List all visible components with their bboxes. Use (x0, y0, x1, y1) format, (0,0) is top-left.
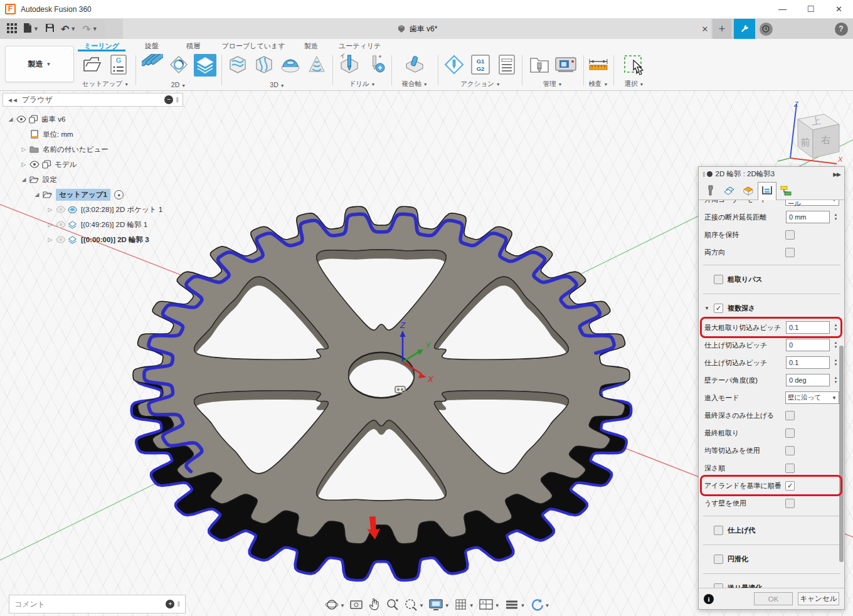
dialog-header[interactable]: ‖ 2D 輪郭 : 2D輪郭3 ▶▶ (699, 167, 844, 181)
browser-item-label[interactable]: [(0:49:26)] 2D 輪郭 1 (81, 220, 147, 230)
window-zoom-button[interactable]: ▼ (404, 598, 424, 613)
chevron-down-icon[interactable]: ▼ (419, 603, 424, 608)
ribbon-group-label[interactable]: 2D ▼ (137, 81, 220, 88)
select-box-button[interactable] (623, 54, 645, 77)
browser-item-6[interactable]: ▷[(3:02:28)] 2D ポケット 1 (3, 202, 191, 217)
version-history-button[interactable] (756, 19, 775, 39)
browser-item-label[interactable]: 単位: mm (43, 130, 73, 139)
minimize-button[interactable]: — (768, 0, 797, 18)
最終深さのみ仕上げる-checkbox[interactable] (785, 411, 795, 420)
comment-bar[interactable]: コメント + ‖ (9, 595, 186, 613)
panel-grip-handle[interactable]: ‖ (177, 600, 180, 608)
アイランドを基準に順番-checkbox[interactable]: ✓ (785, 481, 795, 491)
maximize-button[interactable]: ☐ (797, 0, 825, 18)
最終粗取り-checkbox[interactable] (785, 428, 795, 438)
進入モード-select[interactable]: 壁に沿って▼ (785, 391, 839, 404)
tree-caret-icon[interactable]: ▷ (46, 221, 55, 228)
均等切込みを使用-checkbox[interactable] (785, 446, 795, 455)
eye-off-icon[interactable] (55, 236, 66, 243)
tree-caret-icon[interactable]: ◢ (33, 191, 41, 198)
contour-stack-button[interactable] (194, 54, 216, 77)
仕上げ切込みピッチ-input[interactable]: 0 (786, 339, 830, 351)
tree-caret-icon[interactable]: ▷ (19, 161, 28, 167)
browser-item-3[interactable]: ▷モデル (3, 157, 191, 172)
ribbon-tab-3[interactable]: 積層 (179, 40, 207, 51)
steps-button[interactable]: ▼ (504, 598, 526, 613)
browser-item-label[interactable]: 設定 (43, 175, 57, 184)
expand-dialog-icon[interactable]: ▶▶ (833, 171, 840, 178)
browser-item-0[interactable]: ◢歯車 v6 (3, 112, 191, 127)
ribbon-tab-2[interactable]: 旋盤 (138, 40, 166, 51)
正接の断片延長距離-input[interactable]: 0 mm (786, 211, 830, 223)
browser-item-label[interactable]: [(3:02:28)] 2D ポケット 1 (81, 205, 162, 215)
hide-panel-icon[interactable]: − (164, 95, 173, 104)
chevron-down-icon[interactable]: ▼ (495, 603, 500, 608)
eye-off-icon[interactable] (55, 221, 66, 228)
multiaxis-button[interactable] (403, 54, 426, 77)
chevron-down-icon[interactable]: ▼ (33, 26, 39, 32)
turning-rods-button[interactable] (141, 54, 164, 77)
eye-off-icon[interactable] (55, 206, 66, 213)
display-settings-button[interactable]: ▼ (428, 598, 450, 613)
eye-icon[interactable] (15, 115, 27, 123)
browser-item-label[interactable]: セットアップ1 (56, 189, 110, 201)
tree-caret-icon[interactable]: ◢ (6, 116, 15, 122)
順序を保持-checkbox[interactable] (785, 230, 795, 240)
drill-bit-button[interactable] (338, 54, 361, 77)
swarf-block-button[interactable] (226, 54, 249, 77)
orbit-button[interactable]: ▼ (325, 598, 345, 613)
apps-grid-button[interactable] (7, 23, 17, 35)
browser-item-7[interactable]: ▷[(0:49:26)] 2D 輪郭 1 (3, 217, 191, 232)
chevron-down-icon[interactable]: ▼ (92, 26, 98, 32)
collapse-browser-icon[interactable]: ◄◄ (7, 97, 17, 104)
close-button[interactable]: ✕ (825, 0, 853, 18)
ribbon-tab-1[interactable]: ミーリング (78, 40, 125, 51)
section-checkbox[interactable] (714, 583, 723, 588)
ribbon-group-label[interactable]: ドリル ▼ (334, 80, 390, 88)
browser-item-2[interactable]: ▷名前の付いたビュー (3, 142, 191, 157)
viewports-button[interactable]: ▼ (479, 598, 500, 613)
ribbon-group-label[interactable]: セットアップ ▼ (77, 80, 134, 88)
browser-item-8[interactable]: ▷[(0:00:00)] 2D 輪郭 3 (3, 232, 191, 247)
help-button[interactable]: ? (832, 19, 850, 39)
grid-button[interactable]: ▼ (454, 598, 474, 613)
dome-rings-button[interactable] (279, 54, 302, 77)
contour-op-icon[interactable] (66, 221, 78, 229)
pocket-op-icon[interactable] (66, 206, 78, 214)
ribbon-group-label[interactable]: 複合軸 ▼ (393, 80, 437, 88)
dialog-tab-heights[interactable] (739, 183, 758, 199)
browser-item-5[interactable]: ◢セットアップ1● (3, 187, 191, 202)
ribbon-group-label[interactable]: 検査 ▼ (584, 80, 613, 88)
spiral-cone-button[interactable] (305, 54, 328, 77)
workspace-selector[interactable]: 製造 ▼ (5, 46, 74, 82)
dialog-tab-geometry[interactable] (720, 183, 739, 199)
folder-icon[interactable] (28, 146, 40, 153)
ribbon-group-label[interactable]: 管理 ▼ (522, 80, 583, 88)
うす壁を使用-checkbox[interactable] (785, 499, 795, 508)
save-button[interactable] (45, 23, 55, 35)
machine-button[interactable] (554, 54, 577, 77)
壁テーパ角度(度)-input[interactable]: 0 deg (786, 374, 830, 386)
browser-item-label[interactable]: モデル (55, 160, 77, 169)
cancel-button[interactable]: キャンセル (798, 592, 839, 605)
component-icon[interactable] (27, 115, 39, 124)
dialog-tab-linking[interactable] (776, 183, 795, 199)
panel-grip-handle[interactable]: ‖ (176, 96, 179, 104)
dialog-scrollbar[interactable] (839, 346, 844, 562)
chevron-down-icon[interactable]: ▼ (521, 603, 526, 608)
section-checkbox[interactable] (714, 555, 723, 564)
undo-button[interactable]: ↶▼ (61, 23, 76, 35)
spinner-arrows-icon[interactable]: ▲▼ (832, 321, 839, 334)
component-icon[interactable] (40, 160, 52, 169)
add-comment-icon[interactable]: + (166, 600, 174, 608)
ok-button[interactable]: OK (754, 592, 793, 605)
ribbon-group-label[interactable]: 選択 ▼ (615, 80, 654, 88)
spinner-arrows-icon[interactable]: ▲▼ (832, 374, 839, 386)
eye-icon[interactable] (28, 161, 40, 168)
section-checkbox[interactable]: ✓ (714, 304, 723, 313)
tap-tool-button[interactable] (364, 54, 387, 77)
両方向-checkbox[interactable] (785, 248, 795, 257)
info-icon[interactable]: i (704, 594, 714, 604)
job-status-button[interactable] (734, 19, 755, 39)
folder-open-icon[interactable] (41, 191, 53, 198)
